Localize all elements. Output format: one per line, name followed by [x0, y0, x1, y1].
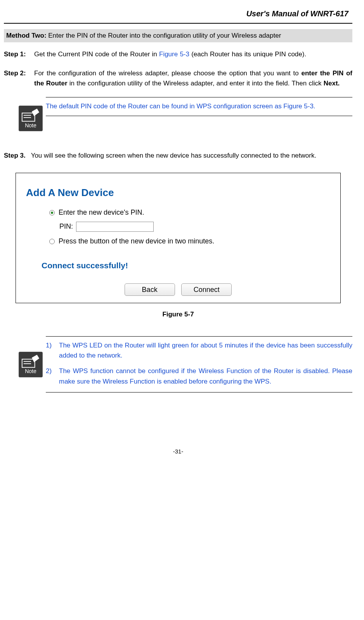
figure-5-7-container: Add A New Device Enter the new device's …	[16, 173, 341, 304]
note-2-bottom-rule	[46, 392, 352, 392]
option-enter-pin-row: Enter the new device's PIN.	[49, 207, 330, 218]
note-2-num-2: 2)	[46, 366, 59, 387]
method-two-bar: Method Two: Enter the PIN of the Router …	[4, 29, 352, 42]
method-two-text: Enter the PIN of the Router into the con…	[47, 32, 281, 39]
step-1-figure-link[interactable]: Figure 5-3	[159, 50, 189, 58]
option-enter-pin-label: Enter the new device's PIN.	[59, 207, 144, 218]
dialog-title: Add A New Device	[26, 185, 330, 200]
connect-button[interactable]: Connect	[181, 283, 232, 296]
svg-rect-3	[22, 359, 35, 367]
note-1-content: The default PIN code of the Router can b…	[46, 97, 352, 116]
step-2-label: Step 2:	[4, 68, 34, 78]
svg-rect-0	[22, 113, 35, 122]
note-2-top-rule	[46, 336, 352, 337]
page-header-title: User's Manual of WNRT-617	[4, 8, 352, 23]
radio-press-button[interactable]	[49, 239, 55, 244]
option-press-button-label: Press the button of the new device in tw…	[59, 236, 214, 247]
note-icon-wrap-1: Note	[16, 97, 46, 131]
step-1-suffix: (each Router has its unique PIN code).	[189, 50, 306, 58]
step-3-row: Step 3. You will see the following scree…	[4, 151, 352, 161]
header-divider	[4, 23, 352, 24]
note-1-top-rule	[46, 97, 352, 97]
step-2-body: For the configuration of the wireless ad…	[34, 68, 352, 89]
step-3-body: Step 3. You will see the following scree…	[29, 151, 352, 161]
note-1-text: The default PIN code of the Router can b…	[46, 101, 352, 111]
dialog-button-row: Back Connect	[26, 283, 330, 296]
connect-success-text: Connect successfully!	[42, 259, 330, 272]
note-icon-label-2: Note	[25, 367, 36, 376]
step-3-text: You will see the following screen when t…	[31, 152, 317, 159]
method-two-label: Method Two:	[6, 32, 47, 39]
note-1-bottom-rule	[46, 116, 352, 116]
note-icon-label-1: Note	[25, 122, 36, 130]
note-2-text-2: The WPS function cannot be configured if…	[59, 366, 352, 387]
back-button[interactable]: Back	[125, 283, 175, 296]
step-2-mid: in the configuration utility of the Wire…	[68, 80, 324, 87]
step-1-body: Get the Current PIN code of the Router i…	[34, 49, 352, 59]
pin-row: PIN:	[59, 221, 330, 232]
note-icon-wrap-2: Note	[16, 336, 46, 377]
note-block-1: Note The default PIN code of the Router …	[16, 97, 352, 131]
note-2-text-1: The WPS LED on the Router will light gre…	[59, 340, 352, 361]
note-block-2: Note 1) The WPS LED on the Router will l…	[16, 336, 352, 392]
step-1-prefix: Get the Current PIN code of the Router i…	[34, 50, 159, 58]
radio-enter-pin[interactable]	[49, 210, 55, 215]
step-2-row: Step 2: For the configuration of the wir…	[4, 68, 352, 89]
note-2-item-2: 2) The WPS function cannot be configured…	[46, 366, 352, 387]
note-icon-2: Note	[19, 352, 43, 377]
note-2-item-1: 1) The WPS LED on the Router will light …	[46, 340, 352, 361]
pin-input[interactable]	[76, 222, 154, 232]
step-2-bold-2: Next.	[324, 80, 340, 87]
note-2-content: 1) The WPS LED on the Router will light …	[46, 336, 352, 392]
note-icon: Note	[19, 106, 43, 131]
step-1-label: Step 1:	[4, 49, 34, 59]
option-press-button-row: Press the button of the new device in tw…	[49, 236, 330, 247]
step-1-row: Step 1: Get the Current PIN code of the …	[4, 49, 352, 59]
note-2-num-1: 1)	[46, 340, 59, 361]
figure-5-7-caption: Figure 5-7	[4, 309, 352, 320]
pin-label: PIN:	[59, 221, 73, 232]
step-3-label: Step 3.	[4, 152, 26, 159]
step-2-prefix: For the configuration of the wireless ad…	[34, 69, 301, 77]
page-number: -31-	[4, 447, 352, 456]
